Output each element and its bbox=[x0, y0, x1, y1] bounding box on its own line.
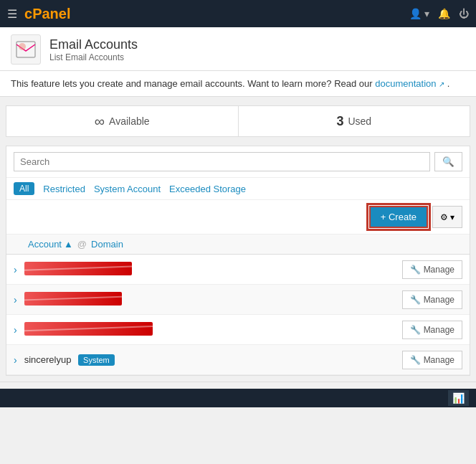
email-redacted-2: info@sincerelyup.com bbox=[24, 292, 122, 306]
wrench-icon-2: 🔧 bbox=[410, 295, 421, 305]
stats-icon[interactable]: 📊 bbox=[448, 390, 469, 406]
gear-icon: ⚙ bbox=[440, 212, 448, 222]
filter-tabs: All Restricted System Account Exceeded S… bbox=[6, 178, 470, 200]
bell-icon[interactable]: 🔔 bbox=[438, 8, 450, 19]
page-subtitle: List Email Accounts bbox=[49, 52, 138, 62]
filter-exceeded-storage[interactable]: Exceeded Storage bbox=[169, 184, 246, 194]
row-expander-2[interactable]: › bbox=[14, 294, 17, 306]
at-separator: @ bbox=[77, 239, 87, 250]
table-row: › postmaster@sincerelyup.com 🔧 Manage bbox=[6, 315, 470, 345]
manage-button-2[interactable]: 🔧 Manage bbox=[402, 290, 462, 309]
svg-point-1 bbox=[19, 43, 26, 50]
row-expander-3[interactable]: › bbox=[14, 324, 17, 336]
manage-label-4: Manage bbox=[424, 355, 454, 365]
actions-row: + Create ⚙ ▾ bbox=[6, 200, 470, 235]
email-redacted-3: postmaster@sincerelyup.com bbox=[24, 322, 153, 336]
search-button[interactable]: 🔍 bbox=[434, 152, 462, 171]
email-icon bbox=[11, 34, 41, 65]
documentation-link[interactable]: documentation ↗ bbox=[375, 78, 447, 89]
description-bar: This feature lets you create and manage … bbox=[0, 71, 476, 97]
used-count: 3 bbox=[336, 114, 343, 129]
settings-chevron: ▾ bbox=[450, 212, 454, 222]
wrench-icon-4: 🔧 bbox=[410, 355, 421, 365]
email-redacted-1: admin@sincerelyup.com bbox=[24, 262, 133, 275]
search-row: 🔍 bbox=[6, 146, 470, 178]
external-link-icon: ↗ bbox=[439, 80, 444, 88]
email-text-4: sincerelyup bbox=[24, 354, 72, 365]
row-content-2: info@sincerelyup.com bbox=[24, 292, 402, 308]
manage-button-3[interactable]: 🔧 Manage bbox=[402, 321, 462, 339]
filter-all[interactable]: All bbox=[14, 182, 34, 195]
infinity-symbol: ∞ bbox=[95, 113, 105, 130]
row-content-3: postmaster@sincerelyup.com bbox=[24, 322, 402, 338]
user-icon[interactable]: 👤 ▾ bbox=[409, 8, 429, 19]
column-domain-header[interactable]: Domain bbox=[91, 239, 123, 250]
used-label: Used bbox=[348, 115, 371, 127]
svg-rect-0 bbox=[16, 42, 35, 57]
table-row: › sincerelyup System 🔧 Manage bbox=[6, 345, 470, 375]
bottom-bar: 📊 bbox=[0, 389, 476, 407]
header-title-group: Email Accounts List Email Accounts bbox=[49, 37, 138, 62]
manage-label-3: Manage bbox=[424, 325, 454, 335]
column-account-header[interactable]: Account ▲ bbox=[28, 239, 73, 250]
create-button[interactable]: + Create bbox=[369, 206, 428, 228]
description-suffix: . bbox=[447, 78, 450, 89]
table-header: Account ▲ @ Domain bbox=[6, 235, 470, 255]
nav-right: 👤 ▾ 🔔 ⏻ bbox=[409, 8, 469, 19]
page-title: Email Accounts bbox=[49, 37, 138, 52]
horizontal-scrollbar[interactable] bbox=[0, 382, 476, 389]
row-content-4: sincerelyup System bbox=[24, 354, 402, 366]
stat-available: ∞ Available bbox=[6, 106, 239, 136]
nav-left: ☰ cPanel bbox=[7, 6, 70, 22]
description-text: This feature lets you create and manage … bbox=[11, 78, 373, 89]
stat-used: 3 Used bbox=[239, 106, 470, 136]
manage-label-2: Manage bbox=[424, 295, 454, 305]
logo-c: c bbox=[24, 6, 32, 22]
wrench-icon-3: 🔧 bbox=[410, 325, 421, 335]
settings-dropdown-button[interactable]: ⚙ ▾ bbox=[432, 206, 462, 228]
account-label: Account bbox=[28, 239, 62, 250]
row-expander-1[interactable]: › bbox=[14, 264, 17, 275]
main-content: 🔍 All Restricted System Account Exceeded… bbox=[6, 146, 470, 376]
logo-panel: Panel bbox=[32, 6, 70, 22]
documentation-link-text: documentation bbox=[375, 78, 436, 89]
manage-button-1[interactable]: 🔧 Manage bbox=[402, 260, 462, 279]
manage-button-4[interactable]: 🔧 Manage bbox=[402, 351, 462, 369]
menu-icon[interactable]: ☰ bbox=[7, 7, 17, 21]
system-badge: System bbox=[78, 354, 115, 366]
logout-icon[interactable]: ⏻ bbox=[459, 8, 469, 19]
row-content-1: admin@sincerelyup.com bbox=[24, 262, 402, 278]
top-navigation: ☰ cPanel 👤 ▾ 🔔 ⏻ bbox=[0, 0, 476, 27]
filter-restricted[interactable]: Restricted bbox=[43, 184, 85, 194]
filter-system-account[interactable]: System Account bbox=[94, 184, 161, 194]
cpanel-logo: cPanel bbox=[24, 6, 70, 22]
sort-icon: ▲ bbox=[64, 239, 73, 250]
page-header: Email Accounts List Email Accounts bbox=[0, 27, 476, 71]
table-row: › info@sincerelyup.com 🔧 Manage bbox=[6, 285, 470, 315]
table-row: › admin@sincerelyup.com 🔧 Manage bbox=[6, 255, 470, 285]
available-label: Available bbox=[109, 115, 150, 127]
wrench-icon-1: 🔧 bbox=[410, 265, 421, 275]
manage-label-1: Manage bbox=[424, 265, 454, 275]
row-expander-4[interactable]: › bbox=[14, 354, 17, 366]
stats-bar: ∞ Available 3 Used bbox=[6, 105, 470, 137]
search-input[interactable] bbox=[14, 152, 430, 171]
